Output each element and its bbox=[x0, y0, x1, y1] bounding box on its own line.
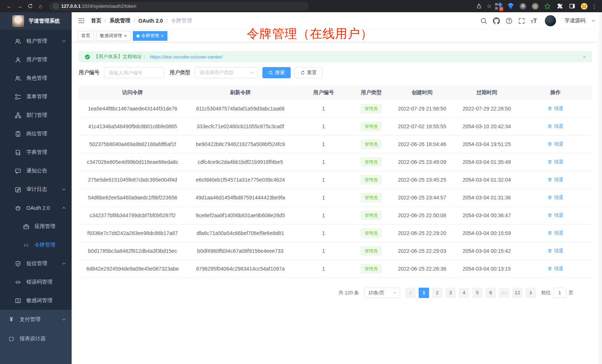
search-button[interactable]: 搜索 bbox=[262, 67, 291, 78]
refresh-token-cell: be90422b8c7946218275a508bf524fc9 bbox=[186, 135, 294, 153]
breadcrumb-oauth[interactable]: OAuth 2.0 bbox=[138, 18, 163, 24]
tab-token[interactable]: 令牌管理 × bbox=[133, 31, 168, 41]
actions-cell: 强退 bbox=[519, 224, 592, 242]
sidebar-item-tenant[interactable]: 租户管理 bbox=[0, 32, 72, 50]
reset-button[interactable]: 重置 bbox=[294, 67, 323, 78]
site-info-icon[interactable]: i bbox=[53, 4, 58, 9]
table-row: 54d6be82ee5a460a9aedc1f9bf22365649d1aa46… bbox=[79, 189, 592, 206]
doc-link[interactable]: https://doc.iocoder.cn/user-center/ bbox=[150, 54, 223, 60]
gem-extension-icon[interactable] bbox=[507, 3, 514, 10]
app-logo[interactable]: 芋道管理系统 bbox=[0, 12, 72, 30]
oauth-robot-icon bbox=[15, 205, 21, 211]
back-icon[interactable]: ← bbox=[4, 1, 14, 11]
sidebar-item-oauth-app[interactable]: 应用管理 bbox=[0, 217, 72, 236]
sidebar-item-audit[interactable]: 审计日志 bbox=[0, 180, 72, 199]
prev-page-button[interactable] bbox=[405, 288, 416, 298]
trash-icon bbox=[547, 248, 552, 253]
page-button[interactable]: 12 bbox=[512, 288, 523, 298]
doc-alert: 【用户体系】文档地址： https://doc.iocoder.cn/user-… bbox=[79, 51, 592, 62]
sidebar-item-role[interactable]: 角色管理 bbox=[0, 69, 72, 87]
breadcrumb-system[interactable]: 系统管理 bbox=[109, 17, 130, 24]
sidebar-item-user[interactable]: 用户管理 bbox=[0, 50, 72, 69]
sidebar-item-notice[interactable]: 通知公告 bbox=[0, 162, 72, 180]
force-logout-button[interactable]: 强退 bbox=[547, 265, 563, 272]
username[interactable]: 芋道源码 bbox=[565, 17, 585, 24]
command-extension-icon[interactable]: ⌘ bbox=[519, 3, 527, 10]
page-button[interactable]: 2 bbox=[432, 288, 442, 298]
force-logout-button[interactable]: 强退 bbox=[547, 230, 563, 236]
github-icon[interactable] bbox=[493, 17, 500, 24]
tab-home[interactable]: 首页 bbox=[78, 31, 94, 41]
sidebar-item-oauth[interactable]: OAuth 2.0 bbox=[0, 199, 72, 217]
force-logout-button[interactable]: 强退 bbox=[547, 159, 563, 165]
sidebar-item-sensitiveword[interactable]: 敏感词管理 bbox=[0, 291, 72, 310]
chevron-down-icon bbox=[62, 262, 66, 265]
close-icon[interactable]: × bbox=[124, 33, 127, 38]
force-logout-button[interactable]: 强退 bbox=[547, 194, 563, 201]
access-token-cell: f9336e7c7dd242a283ee98dc86b17a87 bbox=[79, 224, 186, 242]
refresh-token-cell: 333ecfc71e02480cb11055c875c3ca0f bbox=[186, 118, 294, 135]
table-row: c342377bf8b344799dcbf7bf095287f29ce8ef2a… bbox=[79, 206, 592, 224]
sidebar-item-menu[interactable]: 菜单管理 bbox=[0, 87, 72, 106]
fullscreen-icon[interactable] bbox=[518, 17, 525, 24]
created-cell: 2022-07-29 21:58:50 bbox=[390, 100, 454, 118]
page-button[interactable]: 5 bbox=[472, 288, 482, 298]
sidebar-item-post[interactable]: 岗位管理 bbox=[0, 125, 72, 143]
user-type-cell: 管理员 bbox=[353, 153, 390, 171]
forward-icon[interactable]: → bbox=[15, 1, 24, 11]
puzzle-extensions-icon[interactable] bbox=[556, 3, 563, 10]
col-access-token: 访问令牌 bbox=[79, 86, 186, 100]
close-icon[interactable]: × bbox=[161, 33, 164, 38]
sms-shield-icon bbox=[15, 261, 21, 267]
page-button[interactable]: 4 bbox=[459, 288, 469, 298]
goto-page-input[interactable] bbox=[553, 288, 566, 298]
drag-extension-icon[interactable]: 9 bbox=[495, 3, 502, 10]
alert-close-icon[interactable]: × bbox=[583, 54, 586, 60]
force-logout-button[interactable]: 强退 bbox=[547, 105, 563, 112]
font-size-icon[interactable]: TT bbox=[531, 18, 537, 24]
sidebar-item-errorcode[interactable]: 错误码管理 bbox=[0, 273, 72, 291]
force-logout-button[interactable]: 强退 bbox=[547, 212, 563, 219]
sidebar-item-oauth-token[interactable]: 令牌管理 bbox=[0, 236, 72, 254]
force-logout-button[interactable]: 强退 bbox=[547, 176, 563, 183]
force-logout-button[interactable]: 强退 bbox=[547, 123, 563, 130]
page-button[interactable]: 6 bbox=[485, 288, 496, 298]
sidebar-item-report[interactable]: 报表设计器 bbox=[0, 329, 72, 348]
scrollbar[interactable] bbox=[598, 12, 602, 364]
tab-sensitive-word[interactable]: 敏感词管理 × bbox=[96, 31, 131, 41]
more-menu-icon[interactable]: ⋮ bbox=[591, 3, 598, 10]
caret-down-icon[interactable] bbox=[592, 20, 595, 22]
sidebar-item-sms[interactable]: 短信管理 bbox=[0, 254, 72, 273]
page-button[interactable]: 3 bbox=[445, 288, 456, 298]
next-page-button[interactable] bbox=[526, 288, 536, 298]
sidebar-item-dept[interactable]: 部门管理 bbox=[0, 106, 72, 125]
force-logout-button[interactable]: 强退 bbox=[547, 141, 563, 148]
page-button[interactable]: 1 bbox=[419, 288, 429, 298]
side-panel-icon[interactable] bbox=[568, 3, 576, 10]
collapse-sidebar-icon[interactable] bbox=[78, 17, 85, 24]
expires-cell: 2054-03-10 20:42:34 bbox=[454, 118, 519, 135]
bookmark-star-icon[interactable]: ☆ bbox=[484, 1, 494, 11]
avatar[interactable] bbox=[545, 15, 556, 26]
page-size-select[interactable]: 10条/页 bbox=[364, 288, 400, 298]
expires-cell: 2054-03-04 01:31:36 bbox=[454, 189, 519, 206]
sidebar-item-pay[interactable]: ¥ 支付管理 bbox=[0, 310, 72, 329]
more-pages-button[interactable]: ··· bbox=[499, 288, 509, 298]
force-logout-button[interactable]: 强退 bbox=[547, 248, 563, 254]
star-extension-icon[interactable] bbox=[544, 3, 551, 10]
search-icon[interactable] bbox=[480, 17, 487, 24]
user-id-input[interactable] bbox=[104, 67, 164, 78]
profile-emoji-icon[interactable] bbox=[580, 3, 588, 10]
address-bar[interactable]: i 127.0.0.1:1024/system/oauth2/token bbox=[49, 2, 309, 11]
user-type-select[interactable]: 请选择用户类型 bbox=[195, 67, 258, 78]
table-row: 6d842e2924594de9a09e45e087323abe8796295f… bbox=[79, 260, 592, 278]
refresh-token-cell: 8796295f04064c2983414cc54af1097a bbox=[186, 260, 294, 278]
expires-cell: 2054-03-04 19:51:25 bbox=[454, 135, 519, 153]
sidebar-item-dict[interactable]: 字典管理 bbox=[0, 143, 72, 162]
breadcrumb-home[interactable]: 首页 bbox=[91, 17, 101, 24]
recorder-extension-icon[interactable] bbox=[531, 3, 539, 10]
share-icon[interactable] bbox=[474, 1, 484, 11]
reload-icon[interactable] bbox=[25, 1, 35, 11]
home-icon[interactable]: ⌂ bbox=[36, 1, 45, 11]
help-icon[interactable] bbox=[506, 17, 513, 24]
